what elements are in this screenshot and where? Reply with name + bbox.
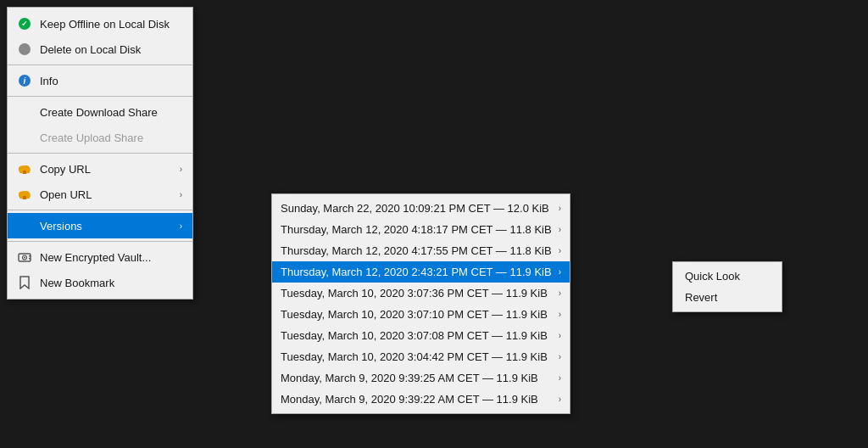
version-chevron-5: › [559,288,561,298]
version-chevron-3: › [559,246,561,255]
open-url-label: Open URL [40,188,92,201]
svg-rect-9 [23,196,26,199]
new-bookmark-label: New Bookmark [40,277,114,289]
version-item-1[interactable]: Sunday, March 22, 2020 10:09:21 PM CET —… [272,198,570,219]
revert-label: Revert [685,291,717,304]
version-chevron-8: › [559,352,561,361]
separator-1 [8,64,192,65]
separator-2 [8,96,192,97]
new-bookmark-item[interactable]: New Bookmark [8,270,192,295]
svg-point-12 [24,257,25,259]
info-label: Info [40,75,58,87]
no-icon-1 [16,104,33,120]
no-icon-3 [16,217,33,234]
quick-look-item[interactable]: Quick Look [673,266,782,287]
info-item[interactable]: i Info [8,68,192,93]
open-url-chevron: › [180,190,182,199]
create-download-label: Create Download Share [40,106,158,119]
version-chevron-9: › [559,373,561,383]
green-check-icon [16,15,33,32]
create-upload-label: Create Upload Share [40,132,143,144]
version-item-6[interactable]: Tuesday, March 10, 2020 3:07:10 PM CET —… [272,304,570,325]
revert-item[interactable]: Revert [673,287,782,308]
version-item-4[interactable]: Thursday, March 12, 2020 2:43:21 PM CET … [272,261,570,283]
version-chevron-2: › [559,225,561,234]
version-label-4: Thursday, March 12, 2020 2:43:21 PM CET … [281,266,552,278]
create-download-item[interactable]: Create Download Share [8,99,192,125]
version-label-5: Tuesday, March 10, 2020 3:07:36 PM CET —… [281,287,552,300]
create-upload-item[interactable]: Create Upload Share [8,125,192,150]
main-context-menu: Keep Offline on Local Disk Delete on Loc… [7,7,193,300]
copy-url-item[interactable]: Copy URL › [8,156,192,182]
no-icon-2 [16,129,33,146]
separator-4 [8,210,192,210]
bookmark-icon [16,274,33,291]
versions-item[interactable]: Versions › [8,213,192,238]
versions-submenu: Sunday, March 22, 2020 10:09:21 PM CET —… [271,193,570,414]
info-icon: i [16,72,33,89]
separator-5 [8,241,192,242]
delete-local-item[interactable]: Delete on Local Disk [8,36,192,62]
cloud-orange-icon-1 [16,160,33,177]
new-vault-item[interactable]: New Encrypted Vault... [8,244,192,270]
version-item-9[interactable]: Monday, March 9, 2020 9:39:25 AM CET — 1… [272,367,570,389]
version-chevron-6: › [559,310,561,319]
version-item-8[interactable]: Tuesday, March 10, 2020 3:04:42 PM CET —… [272,346,570,367]
copy-url-label: Copy URL [40,163,91,176]
version-label-6: Tuesday, March 10, 2020 3:07:10 PM CET —… [281,308,552,321]
versions-chevron: › [180,221,182,231]
new-vault-label: New Encrypted Vault... [40,251,151,264]
keep-offline-item[interactable]: Keep Offline on Local Disk [8,11,192,36]
version-item-10[interactable]: Monday, March 9, 2020 9:39:22 AM CET — 1… [272,389,570,410]
cloud-orange-icon-2 [16,186,33,203]
separator-3 [8,153,192,154]
version-label-9: Monday, March 9, 2020 9:39:25 AM CET — 1… [281,372,552,384]
svg-rect-4 [23,171,26,174]
version-item-7[interactable]: Tuesday, March 10, 2020 3:07:08 PM CET —… [272,325,570,346]
vault-icon [16,249,33,266]
version-item-3[interactable]: Thursday, March 12, 2020 4:17:55 PM CET … [272,240,570,261]
version-chevron-10: › [559,395,561,404]
delete-local-label: Delete on Local Disk [40,43,141,56]
version-chevron-7: › [559,331,561,340]
svg-rect-14 [29,258,31,260]
keep-offline-label: Keep Offline on Local Disk [40,18,170,31]
version-label-7: Tuesday, March 10, 2020 3:07:08 PM CET —… [281,329,552,342]
version-chevron-1: › [559,204,561,213]
version-item-2[interactable]: Thursday, March 12, 2020 4:18:17 PM CET … [272,219,570,240]
svg-rect-13 [29,255,31,257]
quick-look-label: Quick Look [685,270,740,283]
version-label-10: Monday, March 9, 2020 9:39:22 AM CET — 1… [281,393,552,406]
copy-url-chevron: › [180,165,182,174]
versions-label: Versions [40,220,82,232]
version-label-2: Thursday, March 12, 2020 4:18:17 PM CET … [281,223,552,236]
open-url-item[interactable]: Open URL › [8,182,192,207]
version-label-1: Sunday, March 22, 2020 10:09:21 PM CET —… [281,202,552,215]
version-label-3: Thursday, March 12, 2020 4:17:55 PM CET … [281,244,552,257]
version-item-5[interactable]: Tuesday, March 10, 2020 3:07:36 PM CET —… [272,283,570,304]
grey-circle-icon [16,41,33,58]
quick-actions-submenu: Quick Look Revert [672,261,782,312]
version-chevron-4: › [559,267,561,277]
version-label-8: Tuesday, March 10, 2020 3:04:42 PM CET —… [281,350,552,363]
